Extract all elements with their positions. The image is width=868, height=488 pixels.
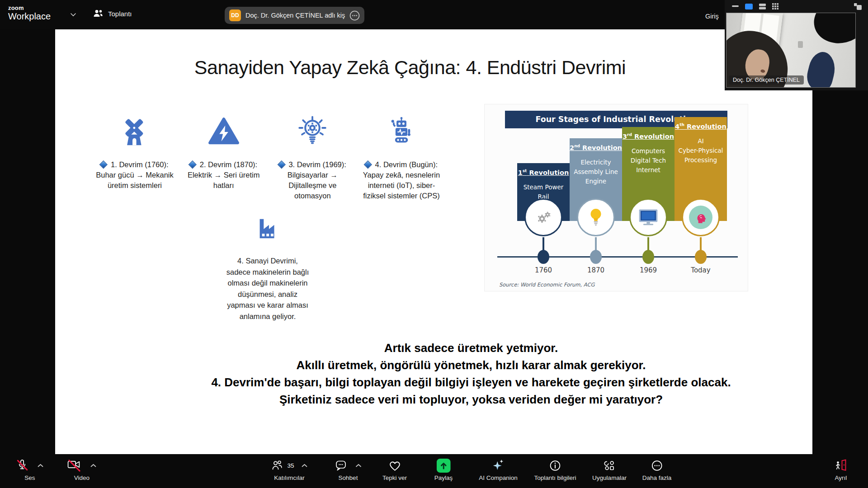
lightbulb-icon xyxy=(588,207,604,228)
stage-icon-circle-1 xyxy=(524,198,562,236)
meeting-info-button[interactable]: Toplantı bilgileri xyxy=(534,458,576,481)
participant-name-tag: Doç. Dr. Gökçen ÇETİNEL xyxy=(729,75,804,84)
share-screen-icon xyxy=(437,459,451,473)
timeline-year-1: 1760 xyxy=(517,266,570,274)
stage-icon-circle-3 xyxy=(629,198,667,236)
timeline-year-4: Today xyxy=(675,266,727,274)
chat-button[interactable]: Sohbet xyxy=(335,458,362,481)
revolution-feature-row: 1. Devrim (1760): Buhar gücü → Mekanik ü… xyxy=(96,114,440,201)
feature-devrim-1: 1. Devrim (1760): Buhar gücü → Mekanik ü… xyxy=(96,114,174,201)
statement-line: Şirketiniz sadece veri mi topluyor, yoks… xyxy=(137,391,806,408)
feature-text: 4. Devrim (Bugün): Yapay zekâ, nesneleri… xyxy=(363,160,440,201)
idea-gear-icon xyxy=(296,115,329,149)
apps-button[interactable]: Uygulamalar xyxy=(592,458,627,481)
meeting-title-text: Doç. Dr. Gökçen ÇETİNEL adlı kiş xyxy=(245,12,345,19)
zoom-workplace-logo: zoom Workplace xyxy=(8,5,51,21)
feature-text: 1. Devrim (1760): Buhar gücü → Mekanik ü… xyxy=(96,160,174,191)
ai-head-icon xyxy=(689,206,712,229)
feature-text: 2. Devrim (1870): Elektrik → Seri üretim… xyxy=(185,160,263,191)
feature-devrim-3: 3. Devrim (1969): Bilgisayarlar → Dijita… xyxy=(274,114,351,201)
participant-count: 35 xyxy=(287,462,294,469)
timeline-year-3: 1969 xyxy=(622,266,675,274)
video-panel: Doç. Dr. Gökçen ÇETİNEL xyxy=(725,0,868,90)
chat-icon xyxy=(335,460,347,472)
diamond-bullet-icon xyxy=(364,160,372,169)
tab-meeting-label: Toplantı xyxy=(108,10,132,18)
feature-devrim-4: 4. Devrim (Bugün): Yapay zekâ, nesneleri… xyxy=(363,114,440,201)
video-view-toolbar xyxy=(725,0,868,13)
meeting-toolbar: Ses Video 35 Katılımcılar Sohbet xyxy=(0,454,868,488)
chevron-down-icon[interactable] xyxy=(70,13,76,17)
active-speaker-view-button[interactable] xyxy=(745,4,753,9)
audio-button[interactable]: Ses xyxy=(16,458,44,481)
timeline-year-2: 1870 xyxy=(570,266,622,274)
zoom-meeting-window: zoom Workplace Toplantı DD Doç. Dr. Gökç… xyxy=(0,0,868,488)
entry-label[interactable]: Giriş xyxy=(705,13,719,20)
factory-note: 4. Sanayi Devrimi, sadece makinelerin ba… xyxy=(225,215,311,322)
host-avatar: DD xyxy=(229,9,241,21)
minimize-video-button[interactable] xyxy=(732,5,739,7)
windmill-icon xyxy=(118,115,151,149)
computer-icon xyxy=(637,208,659,227)
robot-icon xyxy=(386,115,417,149)
people-icon xyxy=(93,9,104,18)
statement-line: Akıllı üretmek, öngörülü yönetmek, hızlı… xyxy=(137,357,806,374)
more-ellipsis-icon xyxy=(651,460,663,472)
participants-icon xyxy=(271,460,284,471)
side-by-side-layout-button[interactable] xyxy=(854,3,862,10)
stacked-view-button[interactable] xyxy=(759,4,766,9)
info-icon xyxy=(549,460,561,472)
chevron-up-icon[interactable] xyxy=(302,464,308,468)
chevron-up-icon[interactable] xyxy=(355,464,362,468)
logo-zoom: zoom xyxy=(8,5,51,11)
apps-icon xyxy=(603,460,616,472)
reactions-button[interactable]: Tepki ver xyxy=(382,458,407,481)
factory-note-text: 4. Sanayi Devrimi, sadece makinelerin ba… xyxy=(225,255,311,322)
slide-title: Sanayiden Yapay Zekâ Çağına: 4. Endüstri… xyxy=(82,56,738,79)
stage-icon-circle-4 xyxy=(682,198,720,236)
statement-line: 4. Devrim'de başarı, bilgi toplayan deği… xyxy=(137,374,806,391)
heart-icon xyxy=(388,460,401,472)
leave-button[interactable]: Ayrıl xyxy=(834,458,848,481)
leave-meeting-icon xyxy=(834,459,848,472)
statement-line: Artık sadece üretmek yetmiyor. xyxy=(137,339,806,357)
video-button[interactable]: Video xyxy=(67,458,97,481)
more-button[interactable]: Daha fazla xyxy=(642,458,672,481)
ai-companion-button[interactable]: AI Companion xyxy=(479,458,518,481)
feature-devrim-2: 2. Devrim (1870): Elektrik → Seri üretim… xyxy=(185,114,263,201)
tab-meeting[interactable]: Toplantı xyxy=(93,9,132,18)
ellipsis-menu-icon[interactable] xyxy=(349,10,360,21)
diamond-bullet-icon xyxy=(99,160,108,169)
meeting-title-pill[interactable]: DD Doç. Dr. Gökçen ÇETİNEL adlı kiş xyxy=(225,7,364,24)
slide-statements: Artık sadece üretmek yetmiyor. Akıllı ür… xyxy=(137,339,806,408)
participants-button[interactable]: 35 Katılımcılar xyxy=(271,458,307,481)
feature-text: 3. Devrim (1969): Bilgisayarlar → Dijita… xyxy=(274,160,351,201)
stage-icon-circle-2 xyxy=(577,198,615,236)
ai-sparkle-icon xyxy=(491,459,505,472)
diamond-bullet-icon xyxy=(189,160,197,169)
gallery-view-button[interactable] xyxy=(772,3,778,9)
gears-icon xyxy=(533,208,554,226)
share-screen-button[interactable]: Paylaş xyxy=(434,458,453,481)
shared-screen-slide: Sanayiden Yapay Zekâ Çağına: 4. Endüstri… xyxy=(55,29,812,454)
chevron-up-icon[interactable] xyxy=(90,464,97,468)
chart-source: Source: World Economic Forum, ACG xyxy=(499,282,594,288)
factory-icon xyxy=(254,215,282,243)
chevron-up-icon[interactable] xyxy=(38,464,44,468)
four-stages-chart: Four Stages of Industrial Revolution 1st… xyxy=(484,104,748,291)
electric-hazard-icon xyxy=(208,116,240,148)
diamond-bullet-icon xyxy=(277,160,285,169)
participant-video-tile[interactable]: Doç. Dr. Gökçen ÇETİNEL xyxy=(726,13,856,88)
logo-workplace: Workplace xyxy=(8,12,51,21)
